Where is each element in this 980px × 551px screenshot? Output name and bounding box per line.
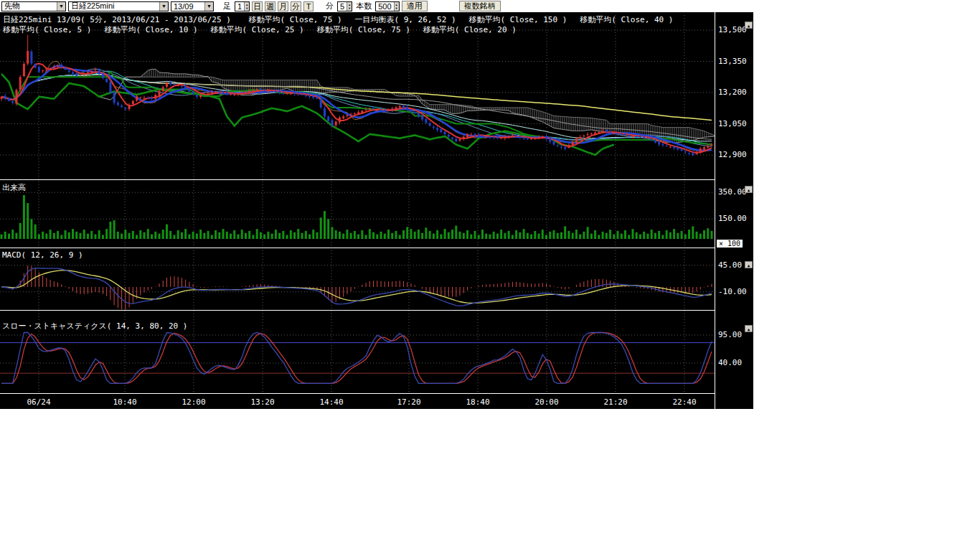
legend-item: 移動平均( Close, 40 ) xyxy=(580,15,673,24)
multi-symbol-button[interactable]: 複数銘柄 xyxy=(459,1,501,11)
desktop-background: 先物 ▼ 日経225mini ▼ 13/09 ▼ 足 1 ▲▼ 日 週 月 分 … xyxy=(0,0,980,551)
bars-stepper[interactable]: 500 ▲▼ xyxy=(375,1,399,11)
volume-axis-label: 150.00 xyxy=(718,214,747,223)
period-month-button[interactable]: 月 xyxy=(278,1,288,11)
time-axis-label: 14:40 xyxy=(314,397,349,407)
chart-application-window: 先物 ▼ 日経225mini ▼ 13/09 ▼ 足 1 ▲▼ 日 週 月 分 … xyxy=(0,0,753,409)
tick-button[interactable]: T xyxy=(303,1,314,11)
contract-month-select[interactable]: 13/09 ▼ xyxy=(171,1,214,11)
spinner-down-icon[interactable]: ▼ xyxy=(348,6,351,10)
spinner-down-icon[interactable]: ▼ xyxy=(245,6,248,10)
interval-stepper[interactable]: 1 ▲▼ xyxy=(235,1,250,11)
time-axis-label: 06/24 xyxy=(22,397,56,407)
volume-axis-label: 350.00 xyxy=(718,187,747,197)
time-axis-label: 20:00 xyxy=(529,397,564,407)
legend-item: 移動平均( Close, 75 ) xyxy=(248,15,341,24)
axis-scroll-up-button[interactable]: ▲ xyxy=(745,22,753,29)
price-axis-label: 13,500 xyxy=(718,25,747,34)
time-axis-label: 22:40 xyxy=(667,397,702,407)
legend-item: 移動平均( Close, 5 ) xyxy=(3,25,91,34)
period-week-button[interactable]: 週 xyxy=(265,1,275,11)
time-axis-label: 12:00 xyxy=(176,397,211,407)
legend-item: 移動平均( Close, 20 ) xyxy=(423,25,517,34)
symbol-select-value: 日経225mini xyxy=(71,1,115,11)
legend-item: 移動平均( Close, 75 ) xyxy=(317,25,410,34)
price-axis-label: 13,050 xyxy=(718,119,747,128)
volume-pane-label: 出来高 xyxy=(2,182,26,193)
macd-axis-label: 45.00 xyxy=(718,260,742,270)
stochastics-axis-label: 40.00 xyxy=(718,358,742,367)
ashi-label: 足 xyxy=(223,1,231,11)
spinner-buttons[interactable]: ▲▼ xyxy=(347,2,352,11)
toolbar: 先物 ▼ 日経225mini ▼ 13/09 ▼ 足 1 ▲▼ 日 週 月 分 … xyxy=(0,0,753,12)
symbol-select[interactable]: 日経225mini ▼ xyxy=(68,1,169,11)
period-day-button[interactable]: 日 xyxy=(252,1,263,11)
price-axis-label: 12,900 xyxy=(718,150,747,159)
apply-button[interactable]: 適用 xyxy=(402,1,428,11)
volume-multiplier-badge: × 100 xyxy=(716,239,743,248)
stochastics-pane-label: スロー・ストキャスティクス( 14, 3, 80, 20 ) xyxy=(2,321,187,331)
time-axis-label: 13:20 xyxy=(245,397,280,407)
spinner-down-icon[interactable]: ▼ xyxy=(395,6,398,10)
category-select[interactable]: 先物 ▼ xyxy=(1,1,66,11)
period-minute-button[interactable]: 分 xyxy=(291,1,301,11)
legend-item: 移動平均( Close, 150 ) xyxy=(469,15,567,24)
legend-item: 移動平均( Close, 10 ) xyxy=(104,25,197,34)
chart-header-line2: 移動平均( Close, 5 )移動平均( Close, 10 )移動平均( C… xyxy=(3,24,529,35)
chart-canvas[interactable] xyxy=(0,12,753,409)
time-axis-label: 21:20 xyxy=(598,397,633,407)
time-axis-label: 17:20 xyxy=(392,397,426,407)
chevron-down-icon[interactable]: ▼ xyxy=(57,2,65,11)
macd-axis-label: -10.00 xyxy=(718,287,747,296)
price-axis-label: 13,200 xyxy=(718,88,747,97)
bars-label: 本数 xyxy=(356,1,372,11)
time-axis-label: 10:40 xyxy=(108,397,142,407)
minute-stepper[interactable]: 5 ▲▼ xyxy=(337,1,352,11)
stochastics-axis-label: 95.00 xyxy=(718,330,742,339)
legend-item: 一目均衡表( 9, 26, 52 ) xyxy=(355,15,456,24)
legend-item: 移動平均( Close, 25 ) xyxy=(211,25,304,34)
chart-title: 日経225mini 13/09( 5分, 2013/06/21 - 2013/0… xyxy=(3,15,231,24)
chart-panel[interactable]: 日経225mini 13/09( 5分, 2013/06/21 - 2013/0… xyxy=(0,12,753,409)
minute-label: 分 xyxy=(326,1,334,11)
minute-value: 5 xyxy=(338,2,347,11)
bars-value: 500 xyxy=(376,2,393,11)
axis-scroll-up-button[interactable]: ▲ xyxy=(745,325,753,332)
axis-scroll-up-button[interactable]: ▲ xyxy=(745,186,753,193)
category-select-value: 先物 xyxy=(4,1,20,11)
spinner-buttons[interactable]: ▲▼ xyxy=(394,2,399,11)
chevron-down-icon[interactable]: ▼ xyxy=(204,2,213,11)
contract-month-value: 13/09 xyxy=(174,2,194,11)
time-axis-label: 18:40 xyxy=(461,397,495,407)
axis-scroll-up-button[interactable]: ▲ xyxy=(745,261,753,268)
macd-pane-label: MACD( 12, 26, 9 ) xyxy=(2,250,83,260)
chart-header-line1: 日経225mini 13/09( 5分, 2013/06/21 - 2013/0… xyxy=(3,14,686,25)
chevron-down-icon[interactable]: ▼ xyxy=(159,2,168,11)
price-axis-label: 13,350 xyxy=(718,57,747,66)
spinner-buttons[interactable]: ▲▼ xyxy=(244,2,249,11)
interval-value: 1 xyxy=(235,2,244,11)
